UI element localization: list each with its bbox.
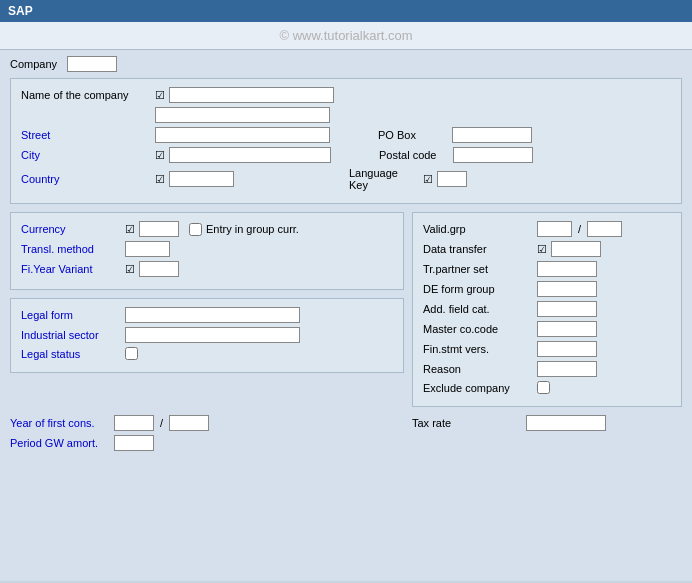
periodgw-input[interactable] bbox=[114, 435, 154, 451]
mastercocode-row: Master co.code bbox=[423, 321, 671, 337]
name2-input[interactable] bbox=[155, 107, 330, 123]
main-content: Company Name of the company ☑ Street PO … bbox=[0, 50, 692, 581]
city-check-icon: ☑ bbox=[155, 149, 165, 162]
yearfirstcons-input1[interactable] bbox=[114, 415, 154, 431]
yearfirstcons-input2[interactable] bbox=[169, 415, 209, 431]
city-label: City bbox=[21, 149, 151, 161]
postal-input[interactable] bbox=[453, 147, 533, 163]
country-check-icon: ☑ bbox=[155, 173, 165, 186]
currency-label: Currency bbox=[21, 223, 121, 235]
langkey-input[interactable] bbox=[437, 171, 467, 187]
entry-group-label: Entry in group curr. bbox=[206, 223, 299, 235]
city-input[interactable] bbox=[169, 147, 331, 163]
fiyear-input[interactable] bbox=[139, 261, 179, 277]
section2-left-box: Currency ☑ Entry in group curr. Transl. … bbox=[10, 212, 404, 290]
company-row: Company bbox=[10, 56, 682, 72]
name2-row bbox=[21, 107, 671, 123]
transl-row: Transl. method bbox=[21, 241, 393, 257]
finstmt-label: Fin.stmt vers. bbox=[423, 343, 533, 355]
validgrp-input1[interactable] bbox=[537, 221, 572, 237]
country-label: Country bbox=[21, 173, 151, 185]
right-section-box: Valid.grp / Data transfer ☑ Tr.partner s… bbox=[412, 212, 682, 407]
currency-check-icon: ☑ bbox=[125, 223, 135, 236]
company-label: Company bbox=[10, 58, 57, 70]
yearfirstcons-row: Year of first cons. / bbox=[10, 415, 404, 431]
fiyear-row: Fi.Year Variant ☑ bbox=[21, 261, 393, 277]
deformgroup-input[interactable] bbox=[537, 281, 597, 297]
fiyear-label: Fi.Year Variant bbox=[21, 263, 121, 275]
street-pobox-row: Street PO Box bbox=[21, 127, 671, 143]
legalform-input[interactable] bbox=[125, 307, 300, 323]
excludecompany-row: Exclude company bbox=[423, 381, 671, 394]
name-label: Name of the company bbox=[21, 89, 151, 101]
bottom-wrapper: Year of first cons. / Period GW amort. T… bbox=[10, 415, 682, 455]
bottom-right: Tax rate bbox=[412, 415, 682, 455]
mastercocode-input[interactable] bbox=[537, 321, 597, 337]
industrial-label: Industrial sector bbox=[21, 329, 121, 341]
deformgroup-row: DE form group bbox=[423, 281, 671, 297]
taxrate-label: Tax rate bbox=[412, 417, 522, 429]
country-lang-row: Country ☑ Language Key ☑ bbox=[21, 167, 671, 191]
entry-group-checkbox[interactable] bbox=[189, 223, 202, 236]
validgrp-label: Valid.grp bbox=[423, 223, 533, 235]
deformgroup-label: DE form group bbox=[423, 283, 533, 295]
periodgw-label: Period GW amort. bbox=[10, 437, 110, 449]
street-label: Street bbox=[21, 129, 151, 141]
legalstatus-row: Legal status bbox=[21, 347, 393, 360]
name-check-icon: ☑ bbox=[155, 89, 165, 102]
transl-input[interactable] bbox=[125, 241, 170, 257]
periodgw-row: Period GW amort. bbox=[10, 435, 404, 451]
addfieldcat-row: Add. field cat. bbox=[423, 301, 671, 317]
section1-box: Name of the company ☑ Street PO Box City… bbox=[10, 78, 682, 204]
transl-label: Transl. method bbox=[21, 243, 121, 255]
section2-left-wrapper: Currency ☑ Entry in group curr. Transl. … bbox=[10, 212, 404, 407]
mastercocode-label: Master co.code bbox=[423, 323, 533, 335]
trpartner-label: Tr.partner set bbox=[423, 263, 533, 275]
langkey-check-icon: ☑ bbox=[423, 173, 433, 186]
title-bar: SAP bbox=[0, 0, 692, 22]
section2-wrapper: Currency ☑ Entry in group curr. Transl. … bbox=[10, 212, 682, 407]
datatransfer-input[interactable] bbox=[551, 241, 601, 257]
legalform-label: Legal form bbox=[21, 309, 121, 321]
legalstatus-label: Legal status bbox=[21, 348, 121, 360]
name-input[interactable] bbox=[169, 87, 334, 103]
fiyear-check-icon: ☑ bbox=[125, 263, 135, 276]
app-title: SAP bbox=[8, 4, 33, 18]
validgrp-slash: / bbox=[576, 223, 583, 235]
industrial-row: Industrial sector bbox=[21, 327, 393, 343]
excludecompany-label: Exclude company bbox=[423, 382, 533, 394]
right-panel: Valid.grp / Data transfer ☑ Tr.partner s… bbox=[412, 212, 682, 407]
currency-row: Currency ☑ Entry in group curr. bbox=[21, 221, 393, 237]
validgrp-row: Valid.grp / bbox=[423, 221, 671, 237]
country-input[interactable] bbox=[169, 171, 234, 187]
taxrate-input[interactable] bbox=[526, 415, 606, 431]
name-row: Name of the company ☑ bbox=[21, 87, 671, 103]
street-input[interactable] bbox=[155, 127, 330, 143]
reason-input[interactable] bbox=[537, 361, 597, 377]
bottom-left: Year of first cons. / Period GW amort. bbox=[10, 415, 404, 455]
reason-label: Reason bbox=[423, 363, 533, 375]
taxrate-row: Tax rate bbox=[412, 415, 682, 431]
datatransfer-check-icon: ☑ bbox=[537, 243, 547, 256]
legal-box: Legal form Industrial sector Legal statu… bbox=[10, 298, 404, 373]
yearfirstcons-slash: / bbox=[158, 417, 165, 429]
trpartner-row: Tr.partner set bbox=[423, 261, 671, 277]
excludecompany-checkbox[interactable] bbox=[537, 381, 550, 394]
watermark-bar: © www.tutorialkart.com bbox=[0, 22, 692, 50]
currency-input[interactable] bbox=[139, 221, 179, 237]
validgrp-input2[interactable] bbox=[587, 221, 622, 237]
reason-row: Reason bbox=[423, 361, 671, 377]
industrial-input[interactable] bbox=[125, 327, 300, 343]
datatransfer-label: Data transfer bbox=[423, 243, 533, 255]
langkey-label: Language Key bbox=[349, 167, 419, 191]
legalstatus-checkbox[interactable] bbox=[125, 347, 138, 360]
pobox-input[interactable] bbox=[452, 127, 532, 143]
finstmt-input[interactable] bbox=[537, 341, 597, 357]
watermark-text: © www.tutorialkart.com bbox=[279, 28, 412, 43]
trpartner-input[interactable] bbox=[537, 261, 597, 277]
company-input[interactable] bbox=[67, 56, 117, 72]
addfieldcat-input[interactable] bbox=[537, 301, 597, 317]
finstmt-row: Fin.stmt vers. bbox=[423, 341, 671, 357]
legalform-row: Legal form bbox=[21, 307, 393, 323]
postal-label: Postal code bbox=[379, 149, 449, 161]
